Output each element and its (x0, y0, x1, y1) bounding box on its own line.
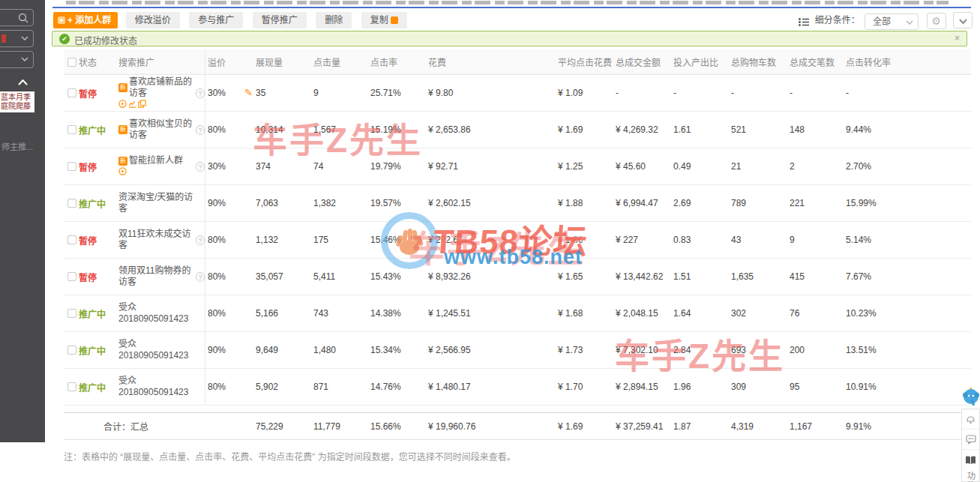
cell-cost: ¥ 92.71 (426, 148, 556, 184)
cell-clicks: 175 (311, 222, 368, 258)
crowd-name[interactable]: 受众20180905091423 (118, 339, 193, 361)
promo-stamp-icon (58, 16, 65, 24)
cell-carts: 693 (729, 332, 787, 368)
sidebar-dropdown-1[interactable] (0, 30, 34, 47)
help-icon[interactable]: ? (196, 162, 205, 172)
cell-avg-cost: ¥ 1.09 (556, 75, 613, 111)
guide-book-icon[interactable] (962, 450, 979, 470)
cell-clicks: 1,382 (311, 185, 368, 221)
row-checkbox[interactable] (67, 162, 76, 171)
add-crowd-button[interactable]: + 添加人群 (53, 12, 118, 28)
sidebar-selected-item[interactable]: 蓝本月季 庭院爬藤 (0, 91, 34, 112)
row-checkbox[interactable] (67, 272, 76, 281)
guide-vertical-label: 功能引导 (965, 472, 977, 482)
mascot-icon[interactable] (962, 387, 980, 410)
cell-orders: 95 (787, 369, 844, 405)
clipped-notice-bar (52, 0, 971, 8)
cell-orders: - (787, 75, 844, 111)
crowd-name[interactable]: 智能拉新人群 (129, 155, 196, 166)
cell-cost: ¥ 2,566.95 (426, 332, 556, 368)
help-icon[interactable]: ? (196, 125, 205, 135)
filter-select[interactable]: 全部 (865, 13, 919, 30)
cell-conversion: 5.14% (844, 222, 971, 258)
cell-avg-cost: ¥ 1.69 (556, 112, 613, 148)
cell-avg-cost: ¥ 1.88 (556, 185, 613, 221)
cell-clicks: 74 (311, 148, 368, 184)
play-icon[interactable] (118, 100, 127, 110)
help-icon[interactable]: ? (196, 235, 205, 245)
modify-premium-button[interactable]: 修改溢价 (126, 12, 180, 28)
collapse-toolbar-button[interactable] (953, 12, 973, 28)
notifications-bell-button[interactable] (962, 409, 979, 430)
row-checkbox[interactable] (67, 382, 76, 391)
cell-ctr: 25.71% (368, 75, 426, 111)
sidebar-search-input[interactable] (0, 9, 34, 26)
promo-stamp-icon (391, 16, 398, 24)
status-text: 推广中 (79, 197, 106, 210)
helper-panel: 功能引导 (961, 409, 980, 482)
crowd-name[interactable]: 喜欢店铺新品的访客 (129, 76, 196, 99)
col-ctr: 点击率 (368, 49, 426, 74)
help-icon[interactable]: ? (196, 88, 205, 98)
row-checkbox[interactable] (67, 309, 76, 318)
cell-orders: 2 (787, 148, 844, 184)
row-checkbox[interactable] (67, 346, 76, 355)
copy-button[interactable]: 复制 (361, 12, 407, 28)
sidebar: 蓝本月季 庭院爬藤 师主推... (0, 0, 45, 442)
select-all-checkbox[interactable] (67, 58, 76, 67)
row-checkbox[interactable] (67, 235, 76, 244)
cell-carts: 309 (729, 369, 787, 405)
cell-impressions: 5,902 (253, 369, 311, 405)
copy-icon[interactable] (138, 100, 146, 110)
cell-ctr: 15.34% (368, 332, 426, 368)
crowd-name[interactable]: 双11狂欢未成交访客 (118, 229, 193, 251)
success-check-icon: ✔ (59, 34, 70, 44)
cell-premium: 90% (205, 185, 253, 221)
cell-premium: 80% (205, 112, 253, 148)
cell-roi: 2.84 (671, 332, 729, 368)
row-checkbox[interactable] (67, 199, 76, 208)
settings-gear-button[interactable]: ⚙ (927, 13, 946, 29)
cell-clicks: 1,567 (311, 112, 368, 148)
crowd-name[interactable]: 受众20180905091423 (118, 302, 193, 325)
summary-amount: ¥ 37,259.41 (613, 413, 671, 439)
col-conversion: 点击转化率 (844, 49, 971, 74)
cell-ctr: 14.76% (368, 369, 426, 405)
cell-premium: 90% (205, 332, 253, 368)
cell-ctr: 15.43% (368, 259, 426, 295)
cell-avg-cost: ¥ 1.65 (556, 259, 613, 295)
crowd-name[interactable]: 资深淘宝/天猫的访客 (118, 192, 193, 214)
summary-label: 合计：汇总 (64, 413, 253, 439)
row-checkbox[interactable] (67, 88, 76, 97)
summary-conversion: 9.91% (844, 413, 971, 439)
list-icon (799, 16, 812, 29)
cell-premium: 80% (205, 259, 253, 295)
status-text: 推广中 (79, 344, 106, 357)
play-icon[interactable] (118, 167, 127, 178)
sidebar-dropdown-2[interactable] (0, 51, 34, 68)
cell-roi: 1.51 (671, 259, 729, 295)
collapse-up-icon[interactable] (18, 75, 28, 88)
col-carts: 总购物车数 (729, 49, 787, 74)
chart-icon[interactable] (128, 100, 136, 110)
help-icon[interactable]: ? (196, 272, 205, 282)
col-orders: 总成交笔数 (787, 49, 844, 74)
join-promotion-button[interactable]: 参与推广 (189, 12, 243, 28)
edit-premium-icon[interactable]: ✎ (244, 87, 253, 98)
crowd-name[interactable]: 喜欢相似宝贝的访客 (129, 118, 196, 141)
alert-close-icon[interactable]: × (955, 33, 960, 43)
summary-carts: 4,319 (729, 413, 787, 439)
cell-roi: 0.49 (671, 148, 729, 184)
crowd-name[interactable]: 受众20180905091423 (118, 376, 193, 398)
cell-impressions: 35 (253, 75, 311, 111)
alert-message: 已成功修改状态 (74, 34, 137, 46)
delete-button[interactable]: 删除 (316, 12, 352, 28)
pause-promotion-button[interactable]: 暂停推广 (253, 12, 307, 28)
feedback-chat-button[interactable] (962, 430, 979, 450)
cell-orders: 76 (787, 295, 844, 331)
row-checkbox[interactable] (67, 125, 76, 134)
summary-cost: ¥ 19,960.76 (426, 413, 556, 439)
crowd-name[interactable]: 领用双11购物券的访客 (118, 265, 193, 288)
crowd-table: 状态 搜索推广 溢价 展现量 点击量 点击率 花费 平均点击花费 总成交金额 投… (64, 49, 971, 440)
sidebar-item-muted[interactable]: 师主推... (1, 140, 33, 152)
